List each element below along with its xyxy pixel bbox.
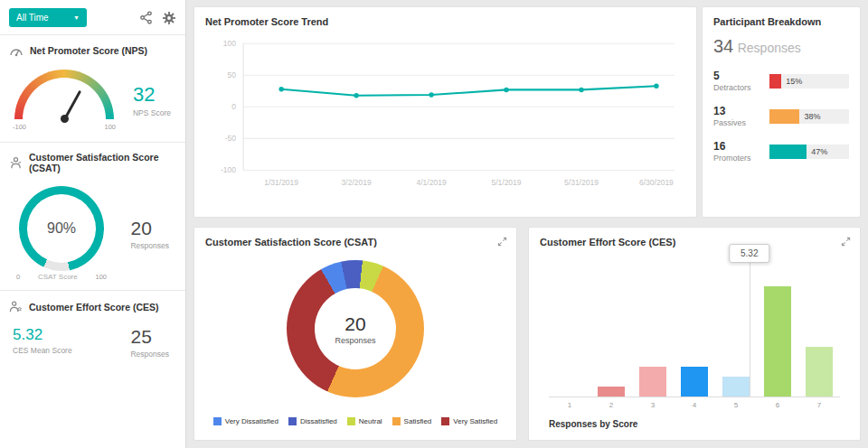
promoters-percent: 47% (811, 147, 827, 156)
bar-score-7 (806, 347, 833, 397)
csat-card-title: Customer Satisfaction Score (CSAT) (205, 237, 505, 247)
ces-mean-label: CES Mean Score (13, 346, 72, 355)
nps-trend-card: Net Promoter Score Trend 100500-50-1001/… (193, 6, 697, 218)
legend-item-very-satisfied[interactable]: Very Satisfied (441, 417, 497, 425)
passives-bar-fill (769, 109, 799, 124)
csat-gauge-min: 0 (16, 273, 20, 281)
bottom-row: Customer Satisfaction Score (CSAT) 20 Re… (193, 227, 861, 441)
legend-item-satisfied[interactable]: Satisfied (392, 417, 432, 425)
legend-item-dissatisfied[interactable]: Dissatisfied (288, 417, 337, 425)
csat-donut-label: Responses (335, 336, 375, 345)
bar-score-2 (598, 387, 625, 397)
legend-swatch (213, 417, 222, 425)
legend-swatch (288, 417, 297, 425)
ces-section: Customer Effort Score (CES) 5.32 CES Mea… (0, 290, 185, 371)
csat-section: Customer Satisfaction Score (CSAT) 90% 0… (0, 142, 185, 290)
nps-gauge: -100 100 (11, 70, 118, 131)
svg-text:0: 0 (231, 102, 236, 111)
nps-score-label: NPS Score (133, 108, 171, 117)
ces-axis-title: Responses by Score (549, 419, 840, 429)
nps-gauge-min: -100 (13, 123, 26, 131)
nps-trend-title: Net Promoter Score Trend (205, 16, 685, 27)
passives-label: Passives (713, 118, 769, 127)
gear-icon (162, 11, 176, 25)
promoters-count: 16 (713, 140, 769, 153)
ces-mean-value: 5.32 (13, 326, 72, 344)
ces-card: Customer Effort Score (CES) 5.32 1234567… (528, 227, 861, 441)
nps-section: Net Promoter Score (NPS) -100 100 (0, 34, 185, 142)
legend-swatch (441, 417, 449, 425)
csat-gauge: 90% 0 CSAT Score 100 (11, 186, 112, 281)
bar-slot-7 (798, 347, 840, 397)
svg-text:-100: -100 (221, 165, 236, 174)
bar-slot-3 (632, 367, 674, 397)
ces-mean-marker-line (750, 257, 750, 397)
chevron-down-icon: ▼ (73, 14, 80, 21)
share-button[interactable] (139, 11, 153, 24)
svg-text:100: 100 (223, 39, 236, 48)
x-tick-label: 2 (590, 401, 632, 409)
legend-swatch (347, 417, 355, 425)
person-star-icon (9, 300, 23, 313)
x-tick-label: 6 (757, 401, 798, 409)
legend-item-neutral[interactable]: Neutral (347, 417, 382, 425)
gauge-icon (9, 44, 24, 57)
time-filter-dropdown[interactable]: All Time ▼ (9, 8, 87, 27)
nps-body: -100 100 32 NPS Score (0, 62, 185, 142)
csat-card: Customer Satisfaction Score (CSAT) 20 Re… (193, 227, 517, 441)
ces-responses-value: 25 (130, 326, 169, 348)
csat-gauge-max: 100 (95, 273, 107, 281)
legend-item-very-dissatisfied[interactable]: Very Dissatisfied (213, 417, 278, 425)
csat-expand-button[interactable] (495, 235, 509, 248)
svg-text:-50: -50 (225, 134, 237, 143)
csat-section-title: Customer Satisfaction Score (CSAT) (29, 152, 176, 173)
legend-label: Very Satisfied (453, 417, 497, 425)
ces-card-title: Customer Effort Score (CES) (540, 237, 849, 247)
ces-section-title: Customer Effort Score (CES) (29, 302, 159, 313)
ces-mean-tooltip: 5.32 (729, 244, 769, 263)
csat-body: 90% 0 CSAT Score 100 20 Responses (0, 179, 185, 290)
participant-total-value: 34 (713, 36, 733, 56)
svg-text:5/31/2019: 5/31/2019 (564, 178, 599, 187)
legend-label: Dissatisfied (300, 417, 337, 425)
csat-legend: Very DissatisfiedDissatisfiedNeutralSati… (205, 417, 505, 425)
legend-label: Satisfied (404, 417, 432, 425)
sidebar: All Time ▼ (0, 0, 186, 448)
nps-gauge-hub (61, 115, 69, 123)
participant-row-detractors: 5 Detractors 15% (713, 70, 849, 92)
detractors-percent: 15% (786, 77, 802, 86)
detractors-label: Detractors (713, 83, 769, 92)
svg-text:50: 50 (228, 70, 237, 79)
ces-bar-chart (549, 275, 840, 397)
settings-button[interactable] (162, 11, 176, 25)
expand-icon (841, 237, 851, 247)
participant-row-passives: 13 Passives 38% (713, 105, 849, 127)
csat-responses-label: Responses (130, 241, 169, 250)
svg-text:1/31/2019: 1/31/2019 (264, 178, 298, 187)
nps-gauge-max: 100 (104, 123, 116, 131)
participant-total-label: Responses (738, 41, 801, 55)
x-tick-label: 3 (632, 401, 674, 409)
participant-breakdown-card: Participant Breakdown 34 Responses 5 Det… (702, 6, 861, 218)
passives-count: 13 (713, 105, 769, 117)
svg-text:5/1/2019: 5/1/2019 (491, 178, 521, 187)
x-tick-label: 7 (798, 401, 840, 409)
main-content: Net Promoter Score Trend 100500-50-1001/… (186, 0, 868, 448)
participant-row-promoters: 16 Promoters 47% (713, 140, 849, 163)
x-tick-label: 5 (715, 401, 757, 409)
sidebar-toolbar: All Time ▼ (0, 0, 185, 34)
x-tick-label: 4 (674, 401, 715, 409)
x-tick-label: 1 (549, 401, 590, 409)
bar-score-5 (722, 377, 750, 397)
ces-expand-button[interactable] (839, 235, 853, 248)
csat-score-label: CSAT Score (38, 273, 78, 281)
bar-slot-5 (715, 377, 757, 397)
dashboard: All Time ▼ (0, 0, 868, 448)
passives-bar-track: 38% (769, 109, 849, 124)
svg-text:6/30/2019: 6/30/2019 (639, 178, 674, 187)
svg-text:3/2/2019: 3/2/2019 (342, 178, 372, 187)
bar-score-3 (639, 367, 666, 397)
bar-score-4 (681, 367, 708, 397)
nps-section-title: Net Promoter Score (NPS) (30, 45, 147, 56)
ces-x-axis: 1234567 (549, 401, 840, 409)
